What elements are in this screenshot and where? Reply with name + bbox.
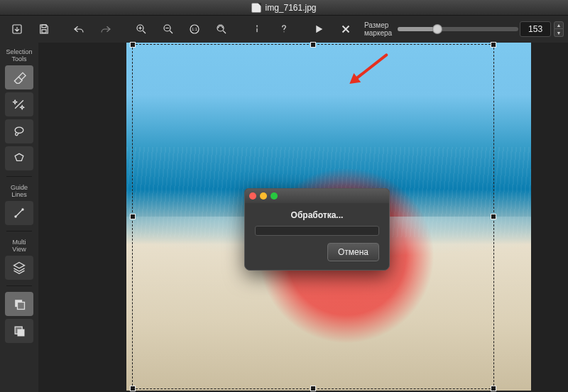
cancel-x-button[interactable] (333, 18, 359, 40)
magic-wand-tool[interactable] (5, 92, 33, 116)
svg-point-9 (15, 127, 23, 133)
multi-view-label: Multi View (12, 239, 26, 253)
zoom-in-button[interactable] (129, 18, 154, 40)
polygon-lasso-tool[interactable] (5, 146, 33, 170)
view-mode-b-button[interactable] (5, 319, 33, 343)
left-sidebar: Selection Tools Guide Lines Multi View (0, 43, 38, 392)
dialog-title: Обработка... (255, 210, 379, 220)
resize-handle[interactable] (130, 214, 136, 219)
resize-handle[interactable] (130, 42, 136, 48)
svg-rect-2 (42, 30, 46, 33)
info-button[interactable] (244, 18, 270, 40)
window-zoom-icon[interactable] (271, 192, 278, 200)
guide-lines-label: Guide Lines (11, 184, 28, 198)
guide-line-tool[interactable] (5, 201, 33, 225)
resize-handle[interactable] (491, 214, 496, 219)
resize-handle[interactable] (310, 386, 316, 391)
undo-button[interactable] (66, 18, 92, 40)
help-button[interactable] (271, 18, 297, 40)
resize-handle[interactable] (310, 42, 316, 48)
resize-handle[interactable] (491, 386, 496, 391)
document-icon (251, 3, 261, 13)
window-close-icon[interactable] (249, 192, 256, 200)
step-down-icon[interactable]: ▼ (554, 29, 564, 37)
marker-size-stepper[interactable]: ▲ ▼ (554, 21, 564, 37)
window-minimize-icon[interactable] (260, 192, 267, 200)
svg-rect-1 (42, 25, 46, 28)
zoom-actual-button[interactable]: 1:1 (182, 18, 207, 40)
title-bar: img_7161.jpg (0, 0, 568, 16)
zoom-fit-button[interactable] (209, 18, 234, 40)
dialog-cancel-button[interactable]: Отмена (327, 243, 379, 261)
svg-point-8 (256, 26, 258, 27)
marker-size-slider[interactable] (398, 27, 518, 31)
svg-text:1:1: 1:1 (192, 27, 197, 31)
main-toolbar: 1:1 Размер маркера ▲ ▼ (0, 16, 568, 43)
redo-button[interactable] (93, 18, 119, 40)
svg-rect-15 (18, 330, 25, 337)
selection-tools-label: Selection Tools (6, 48, 32, 62)
lasso-tool[interactable] (5, 119, 33, 143)
canvas-area: Обработка... Отмена (38, 43, 568, 392)
view-mode-a-button[interactable] (5, 292, 33, 316)
dialog-titlebar[interactable] (245, 189, 389, 203)
resize-handle[interactable] (491, 42, 496, 48)
save-button[interactable] (31, 18, 57, 40)
open-button[interactable] (4, 18, 30, 40)
zoom-out-button[interactable] (155, 18, 181, 40)
processing-dialog: Обработка... Отмена (244, 188, 390, 271)
progress-bar (255, 226, 379, 236)
layers-button[interactable] (5, 256, 33, 280)
slider-thumb[interactable] (432, 24, 442, 34)
marker-size-label: Размер маркера (364, 21, 392, 37)
document-title: img_7161.jpg (265, 3, 316, 13)
svg-rect-13 (18, 303, 25, 310)
marker-size-control: Размер маркера (364, 21, 518, 37)
eraser-tool[interactable] (5, 65, 33, 89)
marker-size-input[interactable] (520, 21, 551, 37)
play-button[interactable] (306, 18, 332, 40)
resize-handle[interactable] (130, 386, 136, 391)
step-up-icon[interactable]: ▲ (554, 21, 564, 29)
